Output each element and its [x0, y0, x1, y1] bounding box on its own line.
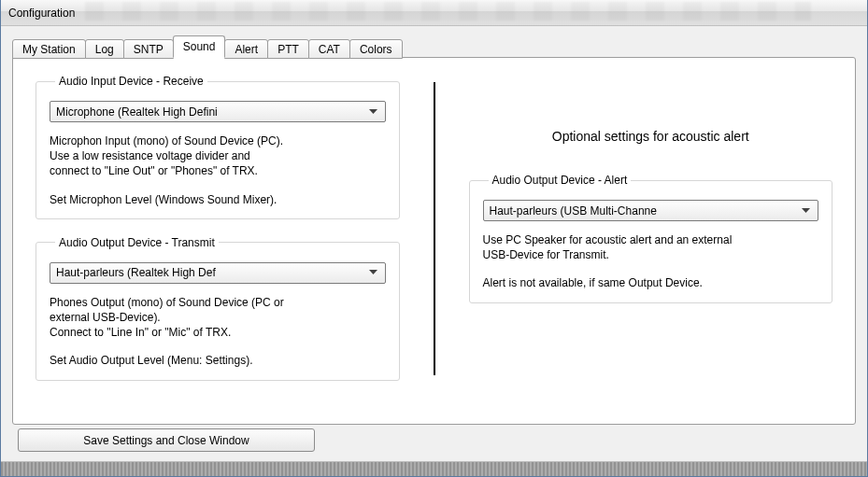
tab-alert[interactable]: Alert	[224, 39, 268, 59]
group-audio-input: Audio Input Device - Receive Microphone …	[36, 75, 400, 219]
tab-sntp[interactable]: SNTP	[123, 39, 174, 59]
audio-input-help: Microphon Input (mono) of Sound Device (…	[50, 133, 386, 207]
combo-audio-output-alert-value: Haut-parleurs (USB Multi-Channe	[490, 204, 799, 217]
titlebar-background	[85, 2, 811, 21]
combo-audio-output-transmit[interactable]: Haut-parleurs (Realtek High Def	[50, 262, 386, 284]
bottom-strip	[1, 461, 867, 476]
tab-log[interactable]: Log	[85, 39, 124, 59]
tab-cat[interactable]: CAT	[308, 39, 350, 59]
optional-heading: Optional settings for acoustic alert	[469, 129, 833, 144]
combo-audio-input[interactable]: Microphone (Realtek High Defini	[50, 101, 386, 122]
chevron-down-icon	[365, 102, 381, 121]
tab-my-station[interactable]: My Station	[12, 39, 86, 59]
combo-audio-input-value: Microphone (Realtek High Defini	[56, 105, 365, 119]
combo-audio-output-transmit-value: Haut-parleurs (Realtek High Def	[56, 266, 365, 279]
right-column: Optional settings for acoustic alert Aud…	[469, 75, 833, 413]
group-audio-output-transmit-legend: Audio Output Device - Transmit	[55, 236, 219, 249]
chevron-down-icon	[365, 263, 381, 283]
tab-ptt[interactable]: PTT	[267, 39, 309, 59]
save-row: Save Settings and Close Window	[12, 425, 856, 452]
tab-colors[interactable]: Colors	[349, 39, 403, 59]
config-window: Configuration My Station Log SNTP Sound …	[0, 0, 868, 477]
titlebar: Configuration	[1, 0, 867, 26]
vertical-divider	[434, 82, 435, 375]
group-audio-output-alert: Audio Output Device - Alert Haut-parleur…	[469, 174, 833, 303]
client-area: My Station Log SNTP Sound Alert PTT CAT …	[1, 26, 867, 461]
group-audio-input-legend: Audio Input Device - Receive	[55, 75, 207, 88]
left-column: Audio Input Device - Receive Microphone …	[36, 75, 400, 413]
chevron-down-icon	[798, 201, 814, 220]
save-settings-button[interactable]: Save Settings and Close Window	[18, 428, 315, 452]
group-audio-output-transmit: Audio Output Device - Transmit Haut-parl…	[36, 236, 400, 381]
tab-bar: My Station Log SNTP Sound Alert PTT CAT …	[12, 35, 856, 58]
panel-body: Audio Input Device - Receive Microphone …	[13, 58, 855, 424]
group-audio-output-alert-legend: Audio Output Device - Alert	[489, 174, 632, 187]
tab-sound[interactable]: Sound	[173, 35, 226, 58]
audio-output-transmit-help: Phones Output (mono) of Sound Device (PC…	[50, 295, 386, 369]
tab-panel-sound: Audio Input Device - Receive Microphone …	[12, 57, 856, 425]
window-title: Configuration	[8, 7, 75, 20]
combo-audio-output-alert[interactable]: Haut-parleurs (USB Multi-Channe	[483, 200, 819, 221]
audio-output-alert-help: Use PC Speaker for acoustic alert and an…	[483, 232, 819, 291]
